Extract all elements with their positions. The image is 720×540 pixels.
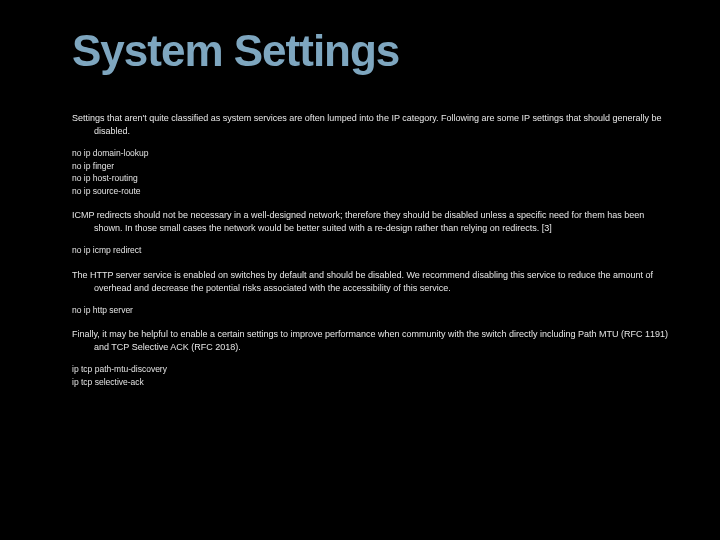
command-line: no ip host-routing bbox=[72, 173, 672, 184]
command-line: ip tcp path-mtu-discovery bbox=[72, 364, 672, 375]
paragraph-icmp: ICMP redirects should not be necessary i… bbox=[72, 209, 672, 235]
paragraph-intro: Settings that aren't quite classified as… bbox=[72, 112, 672, 138]
command-list-3: no ip http server bbox=[72, 305, 672, 316]
slide-body: Settings that aren't quite classified as… bbox=[72, 112, 672, 388]
command-list-4: ip tcp path-mtu-discovery ip tcp selecti… bbox=[72, 364, 672, 388]
command-list-2: no ip icmp redirect bbox=[72, 245, 672, 256]
command-line: no ip domain-lookup bbox=[72, 148, 672, 159]
command-line: no ip icmp redirect bbox=[72, 245, 672, 256]
slide-title: System Settings bbox=[72, 28, 672, 74]
command-line: no ip source-route bbox=[72, 186, 672, 197]
command-line: no ip http server bbox=[72, 305, 672, 316]
command-line: no ip finger bbox=[72, 161, 672, 172]
command-list-1: no ip domain-lookup no ip finger no ip h… bbox=[72, 148, 672, 197]
command-line: ip tcp selective-ack bbox=[72, 377, 672, 388]
slide: System Settings Settings that aren't qui… bbox=[0, 0, 720, 540]
paragraph-final: Finally, it may be helpful to enable a c… bbox=[72, 328, 672, 354]
paragraph-http: The HTTP server service is enabled on sw… bbox=[72, 269, 672, 295]
